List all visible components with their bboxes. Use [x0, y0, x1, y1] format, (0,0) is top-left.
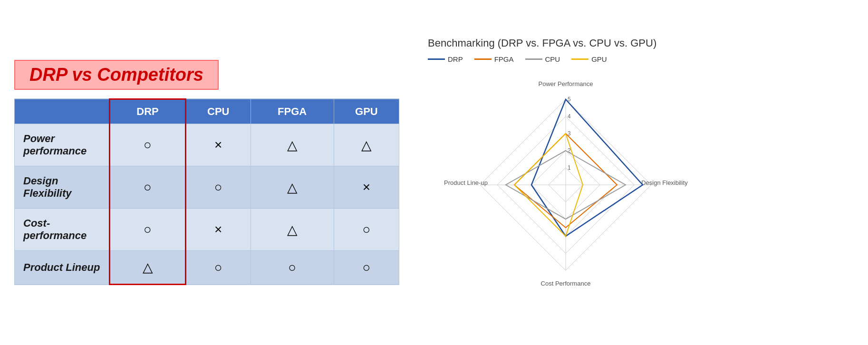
cell-gpu: × — [334, 166, 399, 209]
legend-label: DRP — [448, 55, 463, 63]
col-header-gpu: GPU — [334, 99, 399, 124]
cell-drp: △ — [110, 251, 186, 285]
left-panel: DRP vs Competitors DRP CPU FPGA GPU Powe… — [0, 50, 414, 295]
cell-fpga: △ — [251, 166, 334, 209]
cell-gpu: ○ — [334, 251, 399, 285]
row-label: Design Flexibility — [15, 166, 110, 209]
table-row: Design Flexibility○○△× — [15, 166, 399, 209]
col-header-empty — [15, 99, 110, 124]
legend-item-gpu: GPU — [571, 55, 607, 63]
row-label: Product Lineup — [15, 251, 110, 285]
svg-text:Power Performance: Power Performance — [539, 80, 593, 87]
chart-title: Benchmarking (DRP vs. FPGA vs. CPU vs. G… — [428, 37, 656, 49]
main-title: DRP vs Competitors — [29, 65, 203, 85]
cell-drp: ○ — [110, 209, 186, 251]
radar-chart: 12345Power PerformanceDesign Flexibility… — [428, 71, 713, 308]
legend-item-fpga: FPGA — [474, 55, 514, 63]
cell-gpu: △ — [334, 124, 399, 166]
col-header-cpu: CPU — [186, 99, 251, 124]
comparison-table: DRP CPU FPGA GPU Power performance○×△△De… — [14, 98, 399, 285]
cell-cpu: × — [186, 209, 251, 251]
right-panel: Benchmarking (DRP vs. FPGA vs. CPU vs. G… — [414, 0, 868, 345]
legend-item-drp: DRP — [428, 55, 463, 63]
table-row: Power performance○×△△ — [15, 124, 399, 166]
svg-text:Design Flexibility: Design Flexibility — [641, 179, 688, 186]
row-label: Power performance — [15, 124, 110, 166]
legend-label: FPGA — [494, 55, 514, 63]
svg-text:Cost Performance: Cost Performance — [541, 280, 591, 287]
legend-label: CPU — [545, 55, 560, 63]
row-label: Cost-performance — [15, 209, 110, 251]
col-header-drp: DRP — [110, 99, 186, 124]
cell-fpga: △ — [251, 209, 334, 251]
svg-text:Product Line-up: Product Line-up — [444, 179, 488, 186]
cell-cpu: × — [186, 124, 251, 166]
cell-drp: ○ — [110, 124, 186, 166]
cell-fpga: ○ — [251, 251, 334, 285]
legend-label: GPU — [591, 55, 607, 63]
table-row: Product Lineup△○○○ — [15, 251, 399, 285]
legend-item-cpu: CPU — [525, 55, 560, 63]
svg-text:1: 1 — [568, 164, 571, 171]
cell-drp: ○ — [110, 166, 186, 209]
cell-cpu: ○ — [186, 251, 251, 285]
title-box: DRP vs Competitors — [14, 60, 219, 90]
cell-fpga: △ — [251, 124, 334, 166]
chart-legend: DRPFPGACPUGPU — [428, 55, 607, 63]
cell-gpu: ○ — [334, 209, 399, 251]
col-header-fpga: FPGA — [251, 99, 334, 124]
svg-text:4: 4 — [568, 113, 571, 120]
cell-cpu: ○ — [186, 166, 251, 209]
table-row: Cost-performance○×△○ — [15, 209, 399, 251]
